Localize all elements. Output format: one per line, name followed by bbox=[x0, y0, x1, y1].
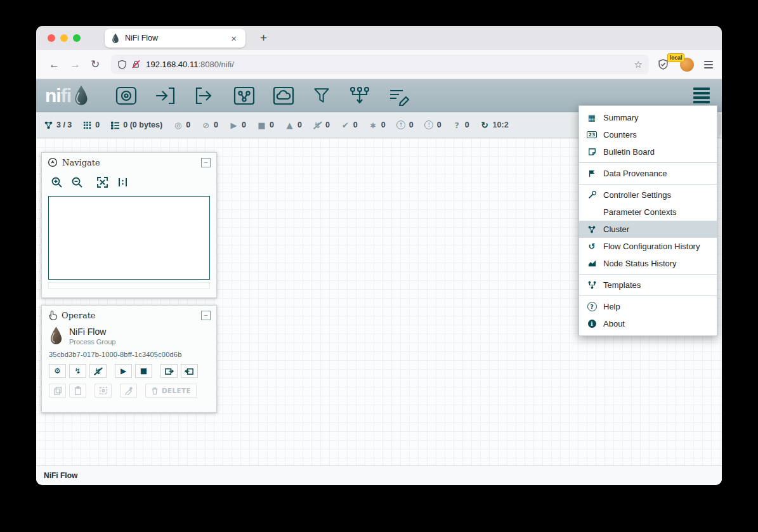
stale-status: ↑ 0 bbox=[396, 120, 414, 130]
remote-process-group-icon[interactable] bbox=[272, 86, 295, 106]
menu-item-bulletin-board[interactable]: Bulletin Board bbox=[579, 143, 717, 160]
trash-icon bbox=[151, 387, 159, 395]
collapse-navigate-button[interactable]: − bbox=[201, 158, 211, 167]
operate-header: Operate − bbox=[42, 306, 216, 325]
page-scrollbar-thumb[interactable] bbox=[717, 114, 721, 135]
navigate-panel: Navigate − bbox=[41, 152, 217, 298]
profile-button[interactable]: local bbox=[677, 57, 694, 72]
cluster-icon bbox=[44, 120, 53, 130]
template-icon[interactable] bbox=[348, 86, 371, 106]
birdseye-minimap[interactable] bbox=[48, 196, 210, 280]
process-group-drop-icon bbox=[49, 326, 63, 346]
operate-title: Operate bbox=[62, 311, 197, 320]
refresh-icon[interactable]: ↻ bbox=[480, 120, 490, 130]
back-button[interactable]: ← bbox=[44, 56, 65, 74]
upload-template-button[interactable] bbox=[160, 364, 178, 378]
delete-button[interactable]: DELETE bbox=[145, 384, 197, 398]
disabled-icon: ↯ bbox=[313, 120, 322, 130]
shield-permissions-icon[interactable] bbox=[117, 60, 127, 70]
reload-button[interactable]: ↻ bbox=[86, 55, 105, 74]
nifi-drop-logo bbox=[73, 85, 89, 107]
queued-icon bbox=[110, 120, 120, 130]
breadcrumb-bar: NiFi Flow bbox=[36, 465, 722, 485]
selection-id: 35cbd3b7-017b-1000-8bff-1c3405c00d6b bbox=[49, 351, 209, 358]
logo-fi: fi bbox=[61, 85, 71, 107]
processor-icon[interactable] bbox=[115, 86, 138, 106]
selected-component: NiFi Flow Process Group bbox=[49, 326, 209, 346]
data-provenance-icon bbox=[586, 169, 598, 178]
address-field[interactable]: 192.168.40.11 :8080/nifi/ ☆ bbox=[111, 55, 649, 74]
active-threads-status: 0 bbox=[82, 120, 100, 130]
nifi-logo: nifi bbox=[36, 85, 89, 107]
paste-button[interactable] bbox=[69, 384, 86, 398]
menu-item-counters[interactable]: 23 Counters bbox=[579, 126, 717, 143]
start-button[interactable]: ▶ bbox=[115, 364, 132, 378]
stop-button[interactable]: ■ bbox=[135, 364, 152, 378]
menu-item-cluster[interactable]: Cluster bbox=[579, 221, 717, 238]
funnel-icon[interactable] bbox=[311, 86, 332, 106]
disable-button[interactable]: ↯ bbox=[89, 364, 107, 378]
input-port-icon[interactable] bbox=[154, 86, 177, 106]
zoom-actual-size-button[interactable] bbox=[114, 174, 131, 190]
sync-failure-icon: ? bbox=[452, 120, 462, 130]
navigate-icon bbox=[48, 157, 58, 167]
group-button[interactable] bbox=[95, 384, 112, 398]
logo-ni: ni bbox=[45, 85, 61, 107]
menu-item-controller-settings[interactable]: Controller Settings bbox=[579, 186, 717, 204]
operate-panel: Operate − NiFi Flow Process Group bbox=[41, 305, 217, 413]
help-icon: ? bbox=[586, 302, 598, 311]
disabled-status: ↯ 0 bbox=[313, 120, 330, 130]
forward-button[interactable]: → bbox=[65, 56, 86, 74]
close-tab-icon[interactable]: × bbox=[228, 32, 239, 44]
menu-item-label: Parameter Contexts bbox=[603, 207, 677, 217]
menu-item-help[interactable]: ? Help bbox=[579, 298, 717, 315]
sync-failure-status: ? 0 bbox=[452, 120, 469, 130]
bookmark-star-icon[interactable]: ☆ bbox=[634, 59, 643, 70]
transmitting-icon: ◎ bbox=[173, 120, 183, 130]
menu-item-node-status-history[interactable]: Node Status History bbox=[579, 255, 717, 272]
chart-icon bbox=[586, 259, 598, 268]
stopped-status: ■ 0 bbox=[257, 120, 274, 130]
zoom-window-button[interactable] bbox=[73, 34, 81, 42]
container-badge: local bbox=[667, 53, 684, 62]
copy-button[interactable] bbox=[49, 384, 66, 398]
browser-menu-button[interactable] bbox=[703, 58, 714, 71]
about-icon: i bbox=[586, 320, 598, 328]
menu-item-templates[interactable]: Templates bbox=[579, 276, 717, 294]
navigate-header: Navigate − bbox=[42, 153, 216, 172]
enable-button[interactable]: ↯ bbox=[69, 364, 86, 378]
fill-color-button[interactable] bbox=[120, 384, 137, 398]
insecure-lock-icon[interactable] bbox=[131, 60, 141, 69]
zoom-out-button[interactable] bbox=[69, 174, 85, 190]
label-icon[interactable] bbox=[388, 86, 410, 106]
menu-item-flow-configuration-history[interactable]: ↺ Flow Configuration History bbox=[579, 238, 717, 255]
new-tab-button[interactable]: + bbox=[255, 31, 272, 45]
menu-item-parameter-contexts[interactable]: Parameter Contexts bbox=[579, 204, 717, 221]
refresh-status: ↻ 10:2 bbox=[480, 120, 509, 130]
last-refreshed-time: 10:2 bbox=[493, 120, 509, 129]
selection-type: Process Group bbox=[69, 338, 115, 346]
menu-item-data-provenance[interactable]: Data Provenance bbox=[579, 165, 717, 182]
menu-item-about[interactable]: i About bbox=[579, 315, 717, 332]
minimize-window-button[interactable] bbox=[60, 34, 68, 42]
url-bar: ← → ↻ 192.168.40.11 :8080/nifi/ ☆ local bbox=[36, 50, 722, 79]
queued-status: 0 (0 bytes) bbox=[110, 120, 162, 130]
create-template-button[interactable] bbox=[181, 364, 198, 378]
browser-tab[interactable]: NiFi Flow × bbox=[105, 29, 245, 48]
configuration-button[interactable]: ⚙ bbox=[49, 364, 66, 378]
collapse-operate-button[interactable]: − bbox=[201, 311, 211, 320]
locally-modified-status: ∗ 0 bbox=[369, 120, 386, 130]
menu-item-label: Bulletin Board bbox=[603, 147, 655, 157]
menu-separator bbox=[579, 295, 717, 296]
minimap-scrollbar[interactable] bbox=[48, 282, 210, 289]
global-menu-button[interactable] bbox=[691, 86, 712, 105]
process-group-icon[interactable] bbox=[233, 86, 256, 106]
output-port-icon[interactable] bbox=[193, 86, 216, 106]
zoom-in-button[interactable] bbox=[48, 174, 65, 190]
close-window-button[interactable] bbox=[48, 34, 55, 42]
menu-item-label: Node Status History bbox=[603, 259, 677, 268]
menu-item-summary[interactable]: ▦ Summary bbox=[579, 109, 717, 126]
breadcrumb[interactable]: NiFi Flow bbox=[44, 471, 77, 480]
threads-icon bbox=[82, 120, 92, 130]
zoom-fit-button[interactable] bbox=[94, 174, 110, 190]
